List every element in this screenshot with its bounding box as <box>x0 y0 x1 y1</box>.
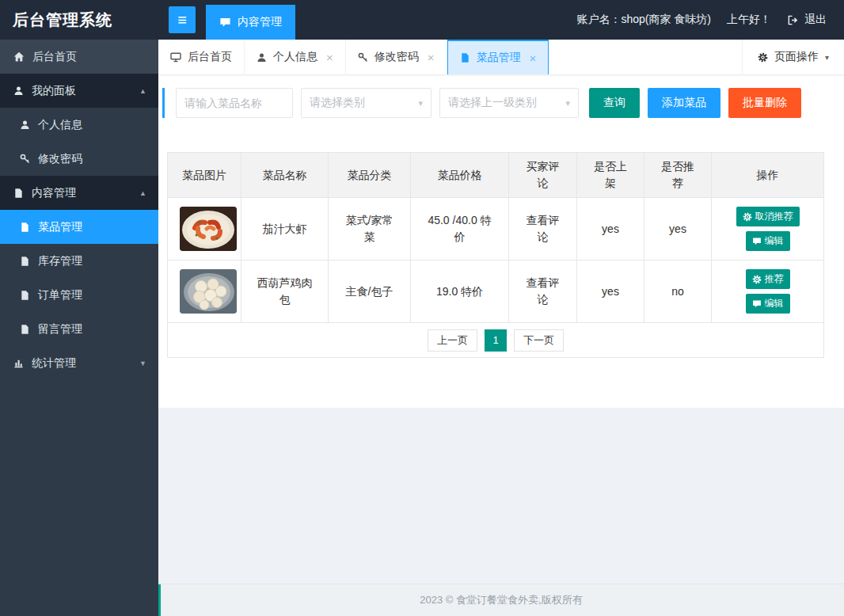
pagination-row: 上一页 1 下一页 <box>168 323 824 358</box>
sidebar-item-home[interactable]: 后台首页 <box>0 40 158 74</box>
button-label: 推荐 <box>765 272 784 286</box>
dish-name-search-input[interactable] <box>176 88 293 118</box>
topbar-right: 账户名：shop(商家 食味坊) 上午好！ 退出 <box>576 13 844 27</box>
logout-button[interactable]: 退出 <box>787 13 827 27</box>
header-dish-category: 菜品分类 <box>329 153 411 198</box>
close-icon[interactable]: × <box>428 51 435 64</box>
search-toolbar: 请选择类别 ▾ 请选择上一级类别 ▾ 查询 添加菜品 批量删除 <box>162 88 824 118</box>
buyer-comments-cell: 查看评论 <box>509 260 577 323</box>
sidebar-item-label: 菜品管理 <box>38 220 82 234</box>
operations-cell: 取消推荐 编辑 <box>712 198 824 260</box>
gear-icon <box>752 275 762 284</box>
sidebar-item-profile[interactable]: 个人信息 <box>0 108 158 142</box>
sidebar-item-label: 后台首页 <box>32 50 77 64</box>
header-dish-image: 菜品图片 <box>168 153 241 198</box>
recommend-button[interactable]: 推荐 <box>746 269 790 289</box>
sidebar-toggle-button[interactable]: ≡ <box>169 6 196 33</box>
buyer-comments-cell: 查看评论 <box>509 198 577 260</box>
logout-label: 退出 <box>804 13 827 27</box>
user-icon <box>13 86 24 96</box>
edit-button[interactable]: 编辑 <box>746 231 790 251</box>
caret-down-icon: ▾ <box>565 98 570 108</box>
gear-icon <box>743 212 752 222</box>
current-page-indicator[interactable]: 1 <box>485 329 507 352</box>
sidebar: 后台首页 我的面板 ▲ 个人信息 修改密码 内容管理 ▲ <box>0 40 158 616</box>
main-area: 后台首页 个人信息 × 修改密码 × 菜品管理 × <box>158 40 844 616</box>
sidebar-item-order-management[interactable]: 订单管理 <box>0 278 158 312</box>
batch-delete-button[interactable]: 批量删除 <box>728 88 801 118</box>
add-dish-button[interactable]: 添加菜品 <box>648 88 720 118</box>
tab-home[interactable]: 后台首页 <box>158 40 245 74</box>
page-actions-dropdown[interactable]: 页面操作 ▾ <box>742 40 844 74</box>
dish-table: 菜品图片 菜品名称 菜品分类 菜品价格 买家评论 是否上架 是否推荐 操作 <box>167 152 824 358</box>
dish-image-cell <box>168 198 241 260</box>
tab-bar: 后台首页 个人信息 × 修改密码 × 菜品管理 × <box>158 40 844 74</box>
operations-cell: 推荐 编辑 <box>712 260 824 323</box>
document-icon <box>20 324 30 335</box>
header-operations: 操作 <box>712 153 824 198</box>
header-dish-price: 菜品价格 <box>411 153 509 198</box>
parent-category-select-placeholder: 请选择上一级类别 <box>448 96 537 110</box>
button-label: 编辑 <box>765 297 784 310</box>
tab-label: 个人信息 <box>273 50 317 64</box>
edit-button[interactable]: 编辑 <box>746 294 790 314</box>
app-title: 后台管理系统 <box>0 10 158 31</box>
header-dish-name: 菜品名称 <box>241 153 329 198</box>
next-page-button[interactable]: 下一页 <box>514 329 564 352</box>
parent-category-select[interactable]: 请选择上一级类别 ▾ <box>439 88 579 118</box>
caret-down-icon: ▾ <box>825 53 829 62</box>
admin-app: 后台管理系统 ≡ 内容管理 账户名：shop(商家 食味坊) 上午好！ 退出 后… <box>0 0 844 616</box>
tab-profile[interactable]: 个人信息 × <box>245 40 346 74</box>
page-actions-label: 页面操作 <box>774 50 819 64</box>
recommended-cell: yes <box>644 198 712 260</box>
key-icon <box>20 154 30 164</box>
caret-down-icon: ▾ <box>418 98 423 108</box>
table-header-row: 菜品图片 菜品名称 菜品分类 菜品价格 买家评论 是否上架 是否推荐 操作 <box>168 153 824 198</box>
sidebar-item-message-management[interactable]: 留言管理 <box>0 312 158 346</box>
on-shelf-cell: yes <box>577 260 644 323</box>
sidebar-section-statistics-management[interactable]: 统计管理 ▼ <box>0 346 158 380</box>
query-button[interactable]: 查询 <box>589 88 640 118</box>
document-icon <box>13 188 24 199</box>
dish-photo-buns <box>180 269 237 314</box>
top-bar: 后台管理系统 ≡ 内容管理 账户名：shop(商家 食味坊) 上午好！ 退出 <box>0 0 844 40</box>
cancel-recommend-button[interactable]: 取消推荐 <box>736 207 800 226</box>
prev-page-button[interactable]: 上一页 <box>428 329 477 352</box>
tab-dish-management[interactable]: 菜品管理 × <box>447 40 549 74</box>
button-label: 编辑 <box>765 234 784 248</box>
sidebar-item-change-password[interactable]: 修改密码 <box>0 142 158 176</box>
key-icon <box>358 52 368 63</box>
on-shelf-cell: yes <box>577 198 644 260</box>
view-comments-link[interactable]: 查看评论 <box>527 214 560 243</box>
dish-name-cell: 茄汁大虾 <box>241 198 329 260</box>
dish-name-cell: 西葫芦鸡肉包 <box>241 260 329 323</box>
tab-label: 菜品管理 <box>477 51 521 65</box>
hamburger-icon: ≡ <box>177 11 187 29</box>
sidebar-section-content-management[interactable]: 内容管理 ▲ <box>0 176 158 210</box>
comment-icon <box>752 237 762 246</box>
account-name: 账户名：shop(商家 食味坊) <box>576 13 711 27</box>
greeting-text: 上午好！ <box>727 13 771 27</box>
gear-icon <box>758 52 768 63</box>
close-icon[interactable]: × <box>326 51 333 64</box>
pagination: 上一页 1 下一页 <box>168 329 823 352</box>
sidebar-section-my-panel[interactable]: 我的面板 ▲ <box>0 74 158 108</box>
close-icon[interactable]: × <box>530 51 537 65</box>
sidebar-item-stock-management[interactable]: 库存管理 <box>0 244 158 278</box>
chevron-up-icon: ▲ <box>139 189 146 197</box>
dish-image-cell <box>168 260 241 323</box>
topnav-content-management[interactable]: 内容管理 <box>206 5 295 40</box>
sidebar-item-label: 内容管理 <box>32 186 76 200</box>
tab-change-password[interactable]: 修改密码 × <box>346 40 447 74</box>
dish-category-cell: 主食/包子 <box>329 260 411 323</box>
comment-icon <box>752 299 762 309</box>
content-background <box>158 408 844 584</box>
dish-category-cell: 菜式/家常菜 <box>329 198 411 260</box>
view-comments-link[interactable]: 查看评论 <box>527 276 560 306</box>
recommended-cell: no <box>644 260 712 323</box>
sidebar-item-dish-management[interactable]: 菜品管理 <box>0 210 158 244</box>
document-icon <box>20 290 30 301</box>
sidebar-item-label: 库存管理 <box>38 254 82 268</box>
category-select[interactable]: 请选择类别 ▾ <box>301 88 432 118</box>
button-label: 取消推荐 <box>755 210 793 223</box>
